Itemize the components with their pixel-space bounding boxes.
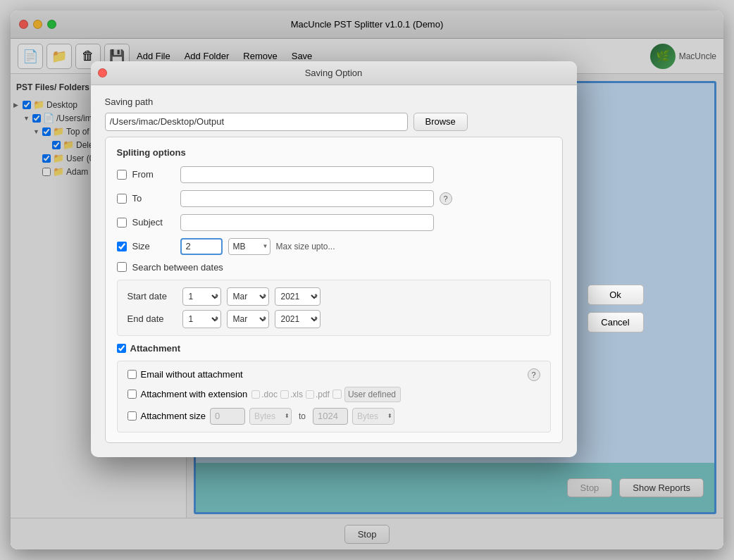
- dialog-close-button[interactable]: [98, 68, 107, 77]
- dialog-title-bar: Saving Option: [91, 61, 577, 85]
- attachment-size-unit-to-select[interactable]: Bytes KB MB: [352, 408, 394, 425]
- attachment-checkbox[interactable]: [117, 344, 126, 353]
- side-btn-panel: Ok Cancel: [577, 82, 644, 478]
- ok-button[interactable]: Ok: [587, 285, 644, 305]
- xls-label: .xls: [290, 390, 303, 399]
- size-checkbox[interactable]: [117, 242, 127, 251]
- start-date-row: Start date 1 2 3 ⬍: [127, 287, 540, 306]
- attachment-size-label: Attachment size: [141, 411, 206, 421]
- attachment-options: Email without attachment ? Attachment wi…: [117, 361, 551, 433]
- dialog-body: Saving path Browse Spliting options From: [91, 85, 577, 457]
- dialog-title-bar-buttons: [98, 68, 107, 77]
- end-year-select[interactable]: 2021 2020 2022: [275, 310, 321, 328]
- search-dates-checkbox[interactable]: [117, 262, 127, 272]
- to-label: To: [132, 193, 175, 204]
- start-day-wrapper: 1 2 3 ⬍: [182, 287, 221, 306]
- from-row: From: [117, 166, 551, 183]
- subject-input[interactable]: [180, 214, 434, 231]
- browse-button[interactable]: Browse: [413, 113, 468, 131]
- attachment-help-icon[interactable]: ?: [528, 368, 540, 381]
- end-day-wrapper: 1 2 3 ⬍: [182, 310, 221, 328]
- to-checkbox[interactable]: [117, 194, 127, 204]
- dialog-wrapper: Saving Option Saving path Browse Splitin…: [91, 82, 644, 478]
- attachment-size-from-input[interactable]: [210, 408, 245, 425]
- pdf-check-item: .pdf: [306, 390, 330, 399]
- ext-checkbox-group: .doc .xls .pdf: [251, 387, 401, 402]
- saving-path-row: Saving path: [105, 97, 563, 107]
- attachment-with-extension-row: Attachment with extension .doc: [127, 387, 540, 402]
- pdf-checkbox[interactable]: [306, 390, 314, 399]
- doc-checkbox[interactable]: [251, 390, 260, 399]
- attachment-header: Attachment: [117, 343, 551, 354]
- xls-check-item: .xls: [280, 390, 303, 399]
- saving-path-input[interactable]: [105, 113, 408, 131]
- search-dates-label: Search between dates: [132, 262, 223, 273]
- dialog-overlay: Saving Option Saving path Browse Splitin…: [11, 11, 723, 549]
- start-year-select[interactable]: 2021 2020 2022: [275, 287, 321, 306]
- size-input[interactable]: [180, 238, 223, 255]
- attachment-section: Attachment Email without attachment ?: [117, 343, 551, 433]
- end-month-wrapper: Mar Jan Feb ⬍: [227, 310, 269, 328]
- email-without-attachment-row: Email without attachment ?: [127, 368, 540, 381]
- attachment-size-unit-from-select[interactable]: Bytes KB MB: [249, 408, 292, 425]
- size-label: Size: [132, 241, 175, 251]
- user-defined-checkbox[interactable]: [332, 390, 342, 399]
- attachment-size-unit-from-wrapper: Bytes KB MB ⬍: [249, 408, 292, 425]
- subject-label: Subject: [132, 217, 175, 228]
- subject-row: Subject: [117, 214, 551, 231]
- main-window: MacUncle PST Splitter v1.0.1 (Demo) 📄 📁 …: [11, 11, 723, 549]
- end-date-label: End date: [127, 313, 177, 324]
- saving-option-dialog: Saving Option Saving path Browse Splitin…: [91, 61, 577, 457]
- attachment-with-extension-checkbox[interactable]: [127, 390, 137, 399]
- search-dates-row: Search between dates: [117, 262, 551, 273]
- size-unit-select-wrapper: MB KB GB ▼: [228, 238, 270, 255]
- start-day-select[interactable]: 1 2 3: [182, 287, 221, 306]
- dialog-title: Saving Option: [305, 68, 363, 78]
- doc-label: .doc: [261, 390, 278, 399]
- email-without-attachment-checkbox[interactable]: [127, 370, 137, 379]
- start-month-wrapper: Mar Jan Feb ⬍: [227, 287, 269, 306]
- from-checkbox[interactable]: [117, 170, 127, 180]
- subject-checkbox[interactable]: [117, 218, 127, 228]
- splitting-options-label: Spliting options: [117, 147, 551, 158]
- from-label: From: [132, 169, 175, 180]
- user-defined-input[interactable]: [344, 387, 401, 402]
- attachment-size-unit-to-wrapper: Bytes KB MB ⬍: [352, 408, 394, 425]
- start-month-select[interactable]: Mar Jan Feb: [227, 287, 269, 306]
- size-row: Size MB KB GB ▼ Max size upto...: [117, 238, 551, 255]
- to-row: To ?: [117, 190, 551, 207]
- to-help-icon[interactable]: ?: [440, 192, 452, 205]
- attachment-label: Attachment: [130, 343, 181, 354]
- date-section: Start date 1 2 3 ⬍: [117, 280, 551, 336]
- attachment-with-extension-label: Attachment with extension: [141, 389, 248, 399]
- attachment-size-to-input[interactable]: [313, 408, 348, 425]
- to-input[interactable]: [180, 190, 434, 207]
- size-unit-select[interactable]: MB KB GB: [228, 238, 270, 255]
- saving-path-label: Saving path: [105, 97, 154, 107]
- attachment-size-row: Attachment size Bytes KB MB ⬍: [127, 408, 540, 425]
- doc-check-item: .doc: [251, 390, 278, 399]
- xls-checkbox[interactable]: [280, 390, 289, 399]
- start-year-wrapper: 2021 2020 2022 ⬍: [275, 287, 321, 306]
- email-without-attachment-label: Email without attachment: [141, 369, 243, 380]
- attachment-size-checkbox[interactable]: [127, 411, 137, 421]
- from-input[interactable]: [180, 166, 434, 183]
- end-day-select[interactable]: 1 2 3: [182, 310, 221, 328]
- end-month-select[interactable]: Mar Jan Feb: [227, 310, 269, 328]
- pdf-label: .pdf: [316, 390, 330, 399]
- cancel-button[interactable]: Cancel: [587, 312, 644, 332]
- end-date-row: End date 1 2 3 ⬍: [127, 310, 540, 328]
- max-size-label: Max size upto...: [276, 242, 335, 251]
- saving-path-input-row: Browse: [105, 113, 563, 131]
- splitting-options-box: Spliting options From To ?: [105, 137, 563, 443]
- start-date-label: Start date: [127, 291, 177, 301]
- to-between-label: to: [299, 411, 306, 421]
- end-year-wrapper: 2021 2020 2022 ⬍: [275, 310, 321, 328]
